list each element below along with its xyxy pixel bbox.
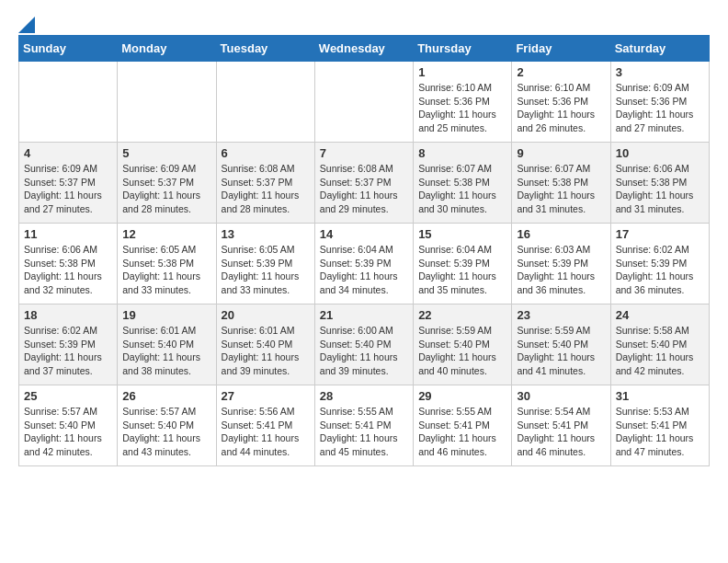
calendar-cell <box>216 62 314 143</box>
day-info: Sunrise: 5:56 AMSunset: 5:41 PMDaylight:… <box>222 405 310 459</box>
day-info: Sunrise: 6:00 AMSunset: 5:40 PMDaylight:… <box>320 324 408 378</box>
day-number: 11 <box>24 227 112 241</box>
calendar-cell: 24Sunrise: 5:58 AMSunset: 5:40 PMDayligh… <box>610 304 709 385</box>
day-info: Sunrise: 5:57 AMSunset: 5:40 PMDaylight:… <box>122 405 210 459</box>
day-number: 31 <box>616 389 704 403</box>
day-number: 4 <box>24 146 112 160</box>
day-number: 9 <box>517 146 605 160</box>
calendar-cell <box>19 62 118 143</box>
day-number: 25 <box>24 389 112 403</box>
day-info: Sunrise: 5:55 AMSunset: 5:41 PMDaylight:… <box>418 405 506 459</box>
calendar-header-row: SundayMondayTuesdayWednesdayThursdayFrid… <box>19 36 710 62</box>
day-info: Sunrise: 6:07 AMSunset: 5:38 PMDaylight:… <box>517 162 605 216</box>
day-info: Sunrise: 6:05 AMSunset: 5:39 PMDaylight:… <box>222 243 310 297</box>
day-number: 21 <box>320 308 408 322</box>
calendar-week-row: 4Sunrise: 6:09 AMSunset: 5:37 PMDaylight… <box>19 143 710 224</box>
calendar-cell: 20Sunrise: 6:01 AMSunset: 5:40 PMDayligh… <box>216 304 314 385</box>
day-number: 23 <box>517 308 605 322</box>
day-number: 6 <box>222 146 310 160</box>
calendar-week-row: 1Sunrise: 6:10 AMSunset: 5:36 PMDaylight… <box>19 62 710 143</box>
calendar-cell <box>118 62 216 143</box>
calendar-header-friday: Friday <box>512 36 610 62</box>
day-info: Sunrise: 6:06 AMSunset: 5:38 PMDaylight:… <box>24 243 112 297</box>
day-info: Sunrise: 5:59 AMSunset: 5:40 PMDaylight:… <box>517 324 605 378</box>
calendar-header-monday: Monday <box>118 36 216 62</box>
day-info: Sunrise: 6:10 AMSunset: 5:36 PMDaylight:… <box>517 81 605 135</box>
day-info: Sunrise: 5:59 AMSunset: 5:40 PMDaylight:… <box>418 324 506 378</box>
calendar-cell: 14Sunrise: 6:04 AMSunset: 5:39 PMDayligh… <box>314 224 413 304</box>
day-number: 17 <box>616 227 704 241</box>
day-number: 3 <box>616 65 704 79</box>
day-number: 30 <box>517 389 605 403</box>
calendar-cell: 12Sunrise: 6:05 AMSunset: 5:38 PMDayligh… <box>118 224 216 304</box>
calendar-cell: 7Sunrise: 6:08 AMSunset: 5:37 PMDaylight… <box>314 143 413 224</box>
calendar-cell: 15Sunrise: 6:04 AMSunset: 5:39 PMDayligh… <box>414 224 512 304</box>
calendar-cell: 1Sunrise: 6:10 AMSunset: 5:36 PMDaylight… <box>414 62 512 143</box>
day-info: Sunrise: 5:57 AMSunset: 5:40 PMDaylight:… <box>24 405 112 459</box>
day-info: Sunrise: 5:58 AMSunset: 5:40 PMDaylight:… <box>616 324 704 378</box>
calendar-cell: 29Sunrise: 5:55 AMSunset: 5:41 PMDayligh… <box>414 385 512 466</box>
day-info: Sunrise: 6:09 AMSunset: 5:36 PMDaylight:… <box>616 81 704 135</box>
calendar-header-wednesday: Wednesday <box>314 36 413 62</box>
calendar-cell: 9Sunrise: 6:07 AMSunset: 5:38 PMDaylight… <box>512 143 610 224</box>
calendar-header-saturday: Saturday <box>610 36 709 62</box>
calendar-cell: 16Sunrise: 6:03 AMSunset: 5:39 PMDayligh… <box>512 224 610 304</box>
calendar-cell: 13Sunrise: 6:05 AMSunset: 5:39 PMDayligh… <box>216 224 314 304</box>
calendar-cell: 5Sunrise: 6:09 AMSunset: 5:37 PMDaylight… <box>118 143 216 224</box>
day-number: 29 <box>418 389 506 403</box>
day-info: Sunrise: 6:05 AMSunset: 5:38 PMDaylight:… <box>122 243 210 297</box>
day-number: 28 <box>320 389 408 403</box>
day-info: Sunrise: 6:02 AMSunset: 5:39 PMDaylight:… <box>24 324 112 378</box>
day-number: 10 <box>616 146 704 160</box>
calendar-cell: 6Sunrise: 6:08 AMSunset: 5:37 PMDaylight… <box>216 143 314 224</box>
day-info: Sunrise: 6:03 AMSunset: 5:39 PMDaylight:… <box>517 243 605 297</box>
day-number: 22 <box>418 308 506 322</box>
calendar-cell: 17Sunrise: 6:02 AMSunset: 5:39 PMDayligh… <box>610 224 709 304</box>
day-info: Sunrise: 6:01 AMSunset: 5:40 PMDaylight:… <box>122 324 210 378</box>
day-info: Sunrise: 6:04 AMSunset: 5:39 PMDaylight:… <box>418 243 506 297</box>
calendar-week-row: 25Sunrise: 5:57 AMSunset: 5:40 PMDayligh… <box>19 385 710 466</box>
calendar-cell <box>314 62 413 143</box>
day-number: 15 <box>418 227 506 241</box>
calendar-cell: 27Sunrise: 5:56 AMSunset: 5:41 PMDayligh… <box>216 385 314 466</box>
calendar-header-tuesday: Tuesday <box>216 36 314 62</box>
day-info: Sunrise: 5:54 AMSunset: 5:41 PMDaylight:… <box>517 405 605 459</box>
calendar-cell: 8Sunrise: 6:07 AMSunset: 5:38 PMDaylight… <box>414 143 512 224</box>
logo-triangle-icon <box>18 17 35 33</box>
svg-marker-0 <box>18 17 35 33</box>
calendar-cell: 31Sunrise: 5:53 AMSunset: 5:41 PMDayligh… <box>610 385 709 466</box>
page-header <box>18 18 710 20</box>
calendar-cell: 22Sunrise: 5:59 AMSunset: 5:40 PMDayligh… <box>414 304 512 385</box>
calendar-cell: 28Sunrise: 5:55 AMSunset: 5:41 PMDayligh… <box>314 385 413 466</box>
calendar-week-row: 18Sunrise: 6:02 AMSunset: 5:39 PMDayligh… <box>19 304 710 385</box>
day-number: 18 <box>24 308 112 322</box>
calendar-table: SundayMondayTuesdayWednesdayThursdayFrid… <box>18 35 710 466</box>
day-number: 12 <box>122 227 210 241</box>
day-number: 2 <box>517 65 605 79</box>
day-info: Sunrise: 6:02 AMSunset: 5:39 PMDaylight:… <box>616 243 704 297</box>
day-info: Sunrise: 6:08 AMSunset: 5:37 PMDaylight:… <box>222 162 310 216</box>
day-number: 5 <box>122 146 210 160</box>
day-info: Sunrise: 6:08 AMSunset: 5:37 PMDaylight:… <box>320 162 408 216</box>
day-number: 27 <box>222 389 310 403</box>
calendar-cell: 19Sunrise: 6:01 AMSunset: 5:40 PMDayligh… <box>118 304 216 385</box>
day-number: 16 <box>517 227 605 241</box>
calendar-cell: 10Sunrise: 6:06 AMSunset: 5:38 PMDayligh… <box>610 143 709 224</box>
day-info: Sunrise: 5:55 AMSunset: 5:41 PMDaylight:… <box>320 405 408 459</box>
day-number: 7 <box>320 146 408 160</box>
calendar-header-thursday: Thursday <box>414 36 512 62</box>
day-number: 20 <box>222 308 310 322</box>
calendar-cell: 18Sunrise: 6:02 AMSunset: 5:39 PMDayligh… <box>19 304 118 385</box>
calendar-cell: 3Sunrise: 6:09 AMSunset: 5:36 PMDaylight… <box>610 62 709 143</box>
day-info: Sunrise: 5:53 AMSunset: 5:41 PMDaylight:… <box>616 405 704 459</box>
day-number: 8 <box>418 146 506 160</box>
day-number: 26 <box>122 389 210 403</box>
day-info: Sunrise: 6:01 AMSunset: 5:40 PMDaylight:… <box>222 324 310 378</box>
day-info: Sunrise: 6:06 AMSunset: 5:38 PMDaylight:… <box>616 162 704 216</box>
day-info: Sunrise: 6:07 AMSunset: 5:38 PMDaylight:… <box>418 162 506 216</box>
day-info: Sunrise: 6:10 AMSunset: 5:36 PMDaylight:… <box>418 81 506 135</box>
calendar-cell: 2Sunrise: 6:10 AMSunset: 5:36 PMDaylight… <box>512 62 610 143</box>
day-info: Sunrise: 6:04 AMSunset: 5:39 PMDaylight:… <box>320 243 408 297</box>
calendar-cell: 21Sunrise: 6:00 AMSunset: 5:40 PMDayligh… <box>314 304 413 385</box>
day-number: 19 <box>122 308 210 322</box>
